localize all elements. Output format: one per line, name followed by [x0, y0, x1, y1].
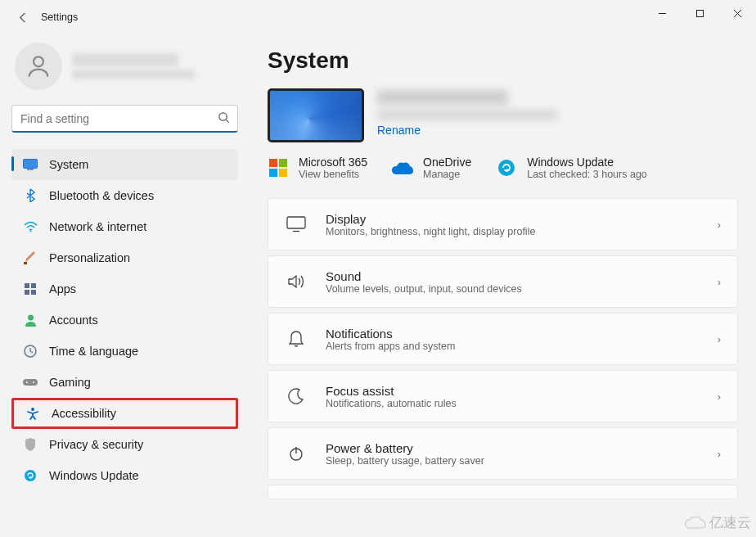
svg-point-16 — [26, 381, 28, 383]
wifi-icon — [23, 219, 38, 234]
avatar — [15, 43, 62, 90]
watermark: 亿速云 — [685, 513, 751, 532]
window-title: Settings — [41, 11, 78, 23]
card-sound[interactable]: Sound Volume levels, output, input, soun… — [268, 255, 738, 308]
svg-point-19 — [25, 470, 36, 481]
svg-rect-6 — [27, 169, 34, 170]
svg-rect-11 — [25, 290, 29, 295]
svg-rect-5 — [24, 160, 38, 169]
sidebar-item-label: Apps — [49, 282, 76, 296]
profile-block[interactable] — [15, 43, 238, 90]
svg-rect-23 — [279, 169, 287, 177]
device-thumbnail[interactable] — [268, 88, 364, 142]
sidebar-item-label: Time & language — [49, 345, 138, 358]
chevron-right-icon: › — [718, 333, 721, 345]
sidebar-item-time[interactable]: Time & language — [11, 336, 238, 367]
tile-sub: View benefits — [299, 169, 367, 180]
svg-point-13 — [28, 315, 34, 321]
profile-text — [72, 53, 195, 79]
sidebar-item-accounts[interactable]: Accounts — [11, 305, 238, 336]
svg-rect-12 — [31, 290, 36, 295]
sidebar-item-bluetooth[interactable]: Bluetooth & devices — [11, 180, 238, 211]
maximize-button[interactable] — [681, 0, 718, 26]
device-row: Rename — [268, 88, 738, 142]
moon-icon — [285, 385, 308, 408]
card-title: Focus assist — [326, 384, 718, 398]
card-partial[interactable] — [268, 485, 738, 499]
window-controls — [643, 0, 756, 26]
info-tiles: Microsoft 365 View benefits OneDrive Man… — [268, 156, 738, 180]
svg-point-17 — [33, 381, 34, 383]
tile-windows-update[interactable]: Windows Update Last checked: 3 hours ago — [496, 156, 647, 180]
sidebar: System Bluetooth & devices Network & int… — [0, 34, 250, 537]
sidebar-item-label: Gaming — [49, 376, 91, 389]
sidebar-item-personalization[interactable]: Personalization — [11, 242, 238, 273]
person-icon — [23, 313, 38, 327]
brush-icon — [23, 250, 38, 265]
card-title: Power & battery — [326, 441, 718, 455]
gamepad-icon — [23, 375, 38, 390]
sidebar-item-gaming[interactable]: Gaming — [11, 367, 238, 398]
apps-icon — [23, 282, 38, 296]
card-notifications[interactable]: Notifications Alerts from apps and syste… — [268, 313, 738, 365]
chevron-right-icon: › — [718, 219, 721, 231]
svg-rect-8 — [24, 262, 27, 264]
sidebar-item-accessibility[interactable]: Accessibility — [11, 398, 238, 429]
power-icon — [285, 442, 308, 465]
sidebar-item-label: Bluetooth & devices — [49, 189, 154, 202]
card-sub: Alerts from apps and system — [326, 341, 718, 352]
card-sub: Monitors, brightness, night light, displ… — [326, 226, 718, 237]
settings-cards: Display Monitors, brightness, night ligh… — [268, 198, 738, 499]
sidebar-item-label: System — [49, 158, 88, 171]
card-power[interactable]: Power & battery Sleep, battery usage, ba… — [268, 427, 738, 480]
sidebar-item-apps[interactable]: Apps — [11, 273, 238, 305]
svg-rect-20 — [269, 159, 277, 167]
rename-link[interactable]: Rename — [377, 124, 557, 137]
card-display[interactable]: Display Monitors, brightness, night ligh… — [268, 198, 738, 250]
card-title: Display — [326, 212, 718, 226]
svg-rect-10 — [31, 283, 36, 288]
chevron-right-icon: › — [718, 276, 721, 288]
tile-title: OneDrive — [423, 156, 471, 169]
sidebar-item-update[interactable]: Windows Update — [11, 460, 238, 491]
svg-rect-9 — [25, 283, 29, 288]
clock-icon — [23, 344, 38, 359]
sidebar-item-network[interactable]: Network & internet — [11, 211, 238, 242]
svg-point-18 — [31, 408, 34, 411]
main-content: System Rename Microsoft 365 View benefit… — [250, 34, 756, 537]
display-icon — [285, 213, 308, 236]
card-sub: Volume levels, output, input, sound devi… — [326, 283, 718, 295]
update-tile-icon — [496, 157, 517, 178]
sidebar-item-privacy[interactable]: Privacy & security — [11, 429, 238, 460]
sidebar-item-label: Privacy & security — [49, 438, 143, 451]
back-button[interactable] — [11, 6, 34, 29]
sound-icon — [285, 270, 308, 293]
bluetooth-icon — [23, 188, 38, 203]
svg-rect-15 — [23, 379, 38, 386]
tile-onedrive[interactable]: OneDrive Manage — [392, 156, 471, 180]
sidebar-item-label: Accessibility — [52, 407, 116, 420]
onedrive-icon — [392, 157, 413, 178]
card-sub: Sleep, battery usage, battery saver — [326, 455, 718, 467]
card-title: Sound — [326, 269, 718, 283]
tile-title: Windows Update — [527, 156, 647, 169]
sidebar-item-label: Personalization — [49, 251, 130, 264]
search-icon — [218, 111, 230, 127]
search-input[interactable] — [11, 105, 238, 133]
card-focus-assist[interactable]: Focus assist Notifications, automatic ru… — [268, 370, 738, 422]
close-button[interactable] — [718, 0, 756, 26]
svg-point-24 — [498, 160, 515, 176]
svg-rect-22 — [269, 169, 277, 177]
sidebar-item-system[interactable]: System — [11, 149, 238, 180]
svg-rect-25 — [287, 217, 305, 228]
minimize-button[interactable] — [643, 0, 681, 26]
sidebar-item-label: Windows Update — [49, 469, 139, 482]
device-info: Rename — [377, 88, 557, 137]
shield-icon — [23, 437, 38, 452]
svg-rect-21 — [279, 159, 287, 167]
svg-rect-1 — [696, 10, 703, 16]
search-box[interactable] — [11, 105, 238, 133]
svg-point-3 — [219, 113, 227, 120]
tile-microsoft365[interactable]: Microsoft 365 View benefits — [268, 156, 367, 180]
accessibility-icon — [25, 406, 40, 421]
